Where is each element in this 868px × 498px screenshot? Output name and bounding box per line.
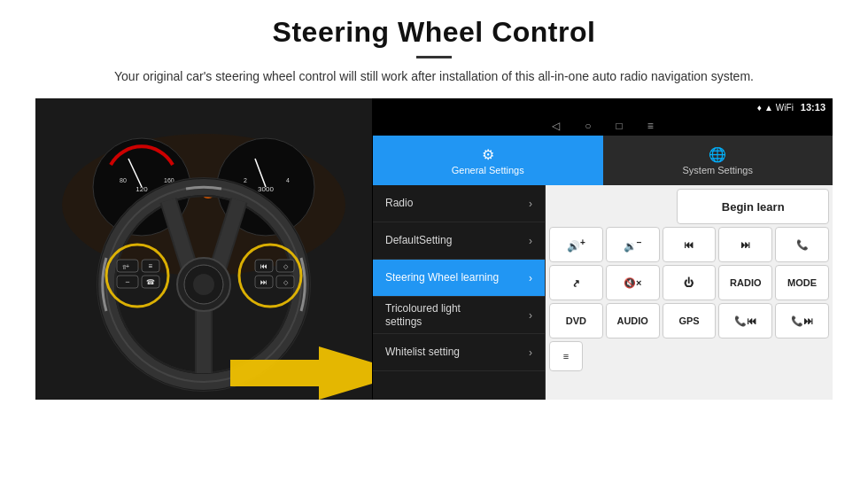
hangup-icon: ↩ xyxy=(570,276,584,290)
vol-up-button[interactable]: 🔊+ xyxy=(549,227,603,262)
menu-items-list: Radio › DefaultSetting › Steering Wheel … xyxy=(373,185,546,400)
dvd-label: DVD xyxy=(566,315,586,326)
menu-item-default-label: DefaultSetting xyxy=(385,234,452,246)
audio-label: AUDIO xyxy=(616,315,647,326)
svg-rect-47 xyxy=(230,360,319,386)
list-icon: ≡ xyxy=(563,351,569,362)
menu-item-steering-chevron: › xyxy=(529,272,532,284)
menu-item-radio[interactable]: Radio › xyxy=(373,185,545,222)
button-row-3: DVD AUDIO GPS 📞⏮ 📞⏭ xyxy=(549,303,829,338)
svg-text:音: 音 xyxy=(122,264,127,269)
phone-prev-icon: 📞⏮ xyxy=(734,315,756,327)
tab-general-settings[interactable]: ⚙ General Settings xyxy=(373,136,603,185)
menu-item-whitelist-label: Whitelist setting xyxy=(385,346,460,358)
spacer xyxy=(549,189,674,224)
phone-next-icon: 📞⏭ xyxy=(791,315,813,327)
tab-system-settings[interactable]: 🌐 System Settings xyxy=(603,136,833,185)
phone-next-button[interactable]: 📞⏭ xyxy=(775,303,829,338)
vol-down-icon: 🔉− xyxy=(624,237,642,253)
menu-item-tricoloured-label: Tricoloured light settings xyxy=(385,302,492,328)
list-button[interactable]: ≡ xyxy=(549,341,583,371)
vol-up-icon: 🔊+ xyxy=(567,237,585,253)
signal-icon: ▲ xyxy=(764,103,773,113)
status-icons: ♦ ▲ WiFi xyxy=(757,103,794,113)
tab-system-label: System Settings xyxy=(683,165,753,175)
android-panel: ♦ ▲ WiFi 13:13 ◁ ○ □ ≡ ⚙ General Setting… xyxy=(372,98,833,400)
svg-text:4: 4 xyxy=(286,177,290,183)
menu-item-steering[interactable]: Steering Wheel learning › xyxy=(373,260,545,297)
menu-item-whitelist-chevron: › xyxy=(529,346,532,359)
mute-icon: 🔇× xyxy=(624,277,641,289)
svg-text:⏮: ⏮ xyxy=(260,262,267,270)
menu-item-radio-chevron: › xyxy=(529,198,532,210)
phone-prev-button[interactable]: 📞⏮ xyxy=(718,303,772,338)
home-nav-icon[interactable]: ○ xyxy=(585,120,591,132)
radio-label: RADIO xyxy=(730,277,761,288)
control-button-panel: Begin learn 🔊+ 🔉− ⏮ xyxy=(546,185,833,400)
steering-illustration: 120 80 160 3000 2 4 xyxy=(35,98,372,400)
content-area: 120 80 160 3000 2 4 xyxy=(35,98,833,435)
prev-track-button[interactable]: ⏮ xyxy=(663,227,717,262)
menu-nav-icon[interactable]: ≡ xyxy=(647,120,654,132)
svg-text:2: 2 xyxy=(244,177,247,183)
svg-text:☎: ☎ xyxy=(146,278,155,286)
settings-tabs: ⚙ General Settings 🌐 System Settings xyxy=(373,136,833,185)
button-row-1: 🔊+ 🔉− ⏮ ⏭ 📞 xyxy=(549,227,829,262)
next-track-button[interactable]: ⏭ xyxy=(718,227,772,262)
tab-general-label: General Settings xyxy=(452,165,524,175)
svg-text:≡: ≡ xyxy=(149,262,153,270)
menu-item-radio-label: Radio xyxy=(385,197,413,209)
phone-icon: 📞 xyxy=(796,239,809,251)
menu-item-whitelist[interactable]: Whitelist setting › xyxy=(373,334,545,371)
prev-icon: ⏮ xyxy=(684,239,694,250)
menu-item-tricoloured-chevron: › xyxy=(529,309,532,322)
mode-button[interactable]: MODE xyxy=(775,265,829,300)
menu-item-steering-label: Steering Wheel learning xyxy=(385,271,499,284)
menu-list: Radio › DefaultSetting › Steering Wheel … xyxy=(373,185,833,400)
button-row-top: Begin learn xyxy=(549,189,829,224)
page-wrapper: Steering Wheel Control Your original car… xyxy=(0,0,868,444)
radio-button[interactable]: RADIO xyxy=(718,265,772,300)
dvd-button[interactable]: DVD xyxy=(549,303,603,338)
gps-button[interactable]: GPS xyxy=(663,303,717,338)
page-title: Steering Wheel Control xyxy=(35,16,833,49)
begin-learn-button[interactable]: Begin learn xyxy=(677,189,829,224)
recents-nav-icon[interactable]: □ xyxy=(616,120,622,132)
svg-text:80: 80 xyxy=(120,177,127,183)
vol-down-button[interactable]: 🔉− xyxy=(606,227,660,262)
mode-label: MODE xyxy=(787,277,817,288)
back-nav-icon[interactable]: ◁ xyxy=(552,120,560,132)
mute-button[interactable]: 🔇× xyxy=(606,265,660,300)
nav-bar: ◁ ○ □ ≡ xyxy=(373,116,833,136)
button-row-2: ↩ 🔇× ⏻ RADIO MODE xyxy=(549,265,829,300)
status-bar: ♦ ▲ WiFi 13:13 xyxy=(373,98,833,116)
title-divider xyxy=(416,56,452,58)
steering-wheel-image: 120 80 160 3000 2 4 xyxy=(35,98,372,400)
page-subtitle: Your original car's steering wheel contr… xyxy=(35,67,833,86)
power-icon: ⏻ xyxy=(684,277,694,288)
button-row-4: ≡ xyxy=(549,341,829,371)
wifi-icon: WiFi xyxy=(776,103,794,113)
menu-item-default-chevron: › xyxy=(529,235,532,247)
general-settings-icon: ⚙ xyxy=(482,146,494,163)
phone-pickup-button[interactable]: 📞 xyxy=(775,227,829,262)
location-icon: ♦ xyxy=(757,103,762,113)
audio-button[interactable]: AUDIO xyxy=(606,303,660,338)
title-section: Steering Wheel Control Your original car… xyxy=(35,16,833,86)
hang-up-button[interactable]: ↩ xyxy=(549,265,603,300)
svg-point-26 xyxy=(193,274,214,295)
status-time: 13:13 xyxy=(801,102,825,113)
power-button[interactable]: ⏻ xyxy=(663,265,717,300)
svg-text:−: − xyxy=(125,277,129,286)
gps-label: GPS xyxy=(678,315,699,326)
system-settings-icon: 🌐 xyxy=(709,146,726,163)
next-icon: ⏭ xyxy=(740,239,750,250)
menu-item-tricoloured[interactable]: Tricoloured light settings › xyxy=(373,297,545,334)
menu-item-defaultsetting[interactable]: DefaultSetting › xyxy=(373,222,545,260)
svg-text:⏭: ⏭ xyxy=(260,278,267,286)
